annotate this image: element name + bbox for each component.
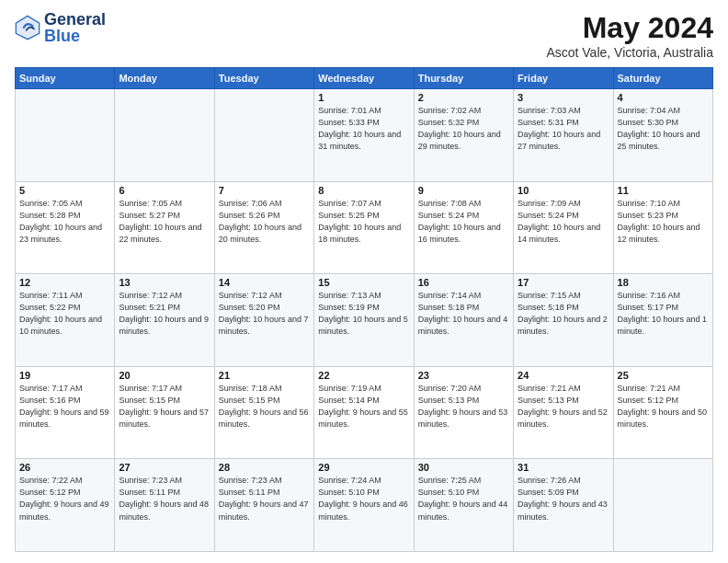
calendar-day-cell bbox=[613, 459, 712, 552]
day-info: Sunrise: 7:12 AMSunset: 5:21 PMDaylight:… bbox=[119, 290, 210, 338]
day-info: Sunrise: 7:22 AMSunset: 5:12 PMDaylight:… bbox=[19, 475, 110, 523]
day-number: 17 bbox=[518, 277, 609, 288]
day-info: Sunrise: 7:01 AMSunset: 5:33 PMDaylight:… bbox=[318, 105, 409, 153]
day-info: Sunrise: 7:07 AMSunset: 5:25 PMDaylight:… bbox=[318, 198, 409, 246]
day-info: Sunrise: 7:03 AMSunset: 5:31 PMDaylight:… bbox=[518, 105, 609, 153]
day-number: 27 bbox=[119, 462, 210, 473]
weekday-header: Thursday bbox=[414, 68, 513, 89]
day-number: 22 bbox=[318, 370, 409, 381]
calendar-day-cell: 24Sunrise: 7:21 AMSunset: 5:13 PMDayligh… bbox=[514, 366, 613, 459]
day-number: 25 bbox=[618, 370, 709, 381]
calendar-day-cell: 3Sunrise: 7:03 AMSunset: 5:31 PMDaylight… bbox=[514, 89, 613, 182]
calendar-week-row: 5Sunrise: 7:05 AMSunset: 5:28 PMDaylight… bbox=[16, 181, 713, 274]
calendar-day-cell: 16Sunrise: 7:14 AMSunset: 5:18 PMDayligh… bbox=[414, 274, 513, 367]
weekday-header: Saturday bbox=[613, 68, 712, 89]
day-info: Sunrise: 7:05 AMSunset: 5:28 PMDaylight:… bbox=[19, 198, 110, 246]
day-info: Sunrise: 7:13 AMSunset: 5:19 PMDaylight:… bbox=[318, 290, 409, 338]
calendar-day-cell: 28Sunrise: 7:23 AMSunset: 5:11 PMDayligh… bbox=[214, 459, 313, 552]
day-number: 11 bbox=[618, 185, 709, 196]
day-number: 30 bbox=[418, 462, 509, 473]
calendar-day-cell: 12Sunrise: 7:11 AMSunset: 5:22 PMDayligh… bbox=[16, 274, 115, 367]
calendar-day-cell: 19Sunrise: 7:17 AMSunset: 5:16 PMDayligh… bbox=[16, 366, 115, 459]
calendar-day-cell bbox=[115, 89, 214, 182]
day-number: 1 bbox=[318, 92, 409, 103]
calendar-day-cell: 29Sunrise: 7:24 AMSunset: 5:10 PMDayligh… bbox=[314, 459, 414, 552]
day-number: 26 bbox=[19, 462, 110, 473]
header: General Blue May 2024 Ascot Vale, Victor… bbox=[15, 11, 713, 60]
day-info: Sunrise: 7:09 AMSunset: 5:24 PMDaylight:… bbox=[518, 198, 609, 246]
calendar-day-cell: 13Sunrise: 7:12 AMSunset: 5:21 PMDayligh… bbox=[115, 274, 214, 367]
day-info: Sunrise: 7:25 AMSunset: 5:10 PMDaylight:… bbox=[418, 475, 509, 523]
weekday-header: Wednesday bbox=[314, 68, 414, 89]
day-number: 16 bbox=[418, 277, 509, 288]
calendar-day-cell: 17Sunrise: 7:15 AMSunset: 5:18 PMDayligh… bbox=[514, 274, 613, 367]
calendar-week-row: 19Sunrise: 7:17 AMSunset: 5:16 PMDayligh… bbox=[16, 366, 713, 459]
calendar-day-cell: 6Sunrise: 7:05 AMSunset: 5:27 PMDaylight… bbox=[115, 181, 214, 274]
day-number: 24 bbox=[518, 370, 609, 381]
day-number: 20 bbox=[119, 370, 210, 381]
day-number: 4 bbox=[618, 92, 709, 103]
calendar-day-cell: 27Sunrise: 7:23 AMSunset: 5:11 PMDayligh… bbox=[115, 459, 214, 552]
day-number: 28 bbox=[219, 462, 310, 473]
day-info: Sunrise: 7:11 AMSunset: 5:22 PMDaylight:… bbox=[19, 290, 110, 338]
calendar-day-cell bbox=[214, 89, 313, 182]
calendar-day-cell: 14Sunrise: 7:12 AMSunset: 5:20 PMDayligh… bbox=[214, 274, 313, 367]
calendar-day-cell: 20Sunrise: 7:17 AMSunset: 5:15 PMDayligh… bbox=[115, 366, 214, 459]
day-number: 7 bbox=[219, 185, 310, 196]
day-number: 19 bbox=[19, 370, 110, 381]
day-number: 9 bbox=[418, 185, 509, 196]
calendar-day-cell: 11Sunrise: 7:10 AMSunset: 5:23 PMDayligh… bbox=[613, 181, 712, 274]
page-subtitle: Ascot Vale, Victoria, Australia bbox=[546, 45, 713, 60]
day-number: 12 bbox=[19, 277, 110, 288]
day-info: Sunrise: 7:21 AMSunset: 5:13 PMDaylight:… bbox=[518, 383, 609, 431]
title-block: May 2024 Ascot Vale, Victoria, Australia bbox=[546, 11, 713, 60]
day-info: Sunrise: 7:23 AMSunset: 5:11 PMDaylight:… bbox=[219, 475, 310, 523]
day-number: 13 bbox=[119, 277, 210, 288]
page-title: May 2024 bbox=[546, 11, 713, 45]
weekday-header: Tuesday bbox=[214, 68, 313, 89]
weekday-header: Friday bbox=[514, 68, 613, 89]
day-number: 29 bbox=[318, 462, 409, 473]
calendar-day-cell: 15Sunrise: 7:13 AMSunset: 5:19 PMDayligh… bbox=[314, 274, 414, 367]
calendar-table: SundayMondayTuesdayWednesdayThursdayFrid… bbox=[15, 67, 713, 552]
calendar-header-row: SundayMondayTuesdayWednesdayThursdayFrid… bbox=[16, 68, 713, 89]
calendar-day-cell: 2Sunrise: 7:02 AMSunset: 5:32 PMDaylight… bbox=[414, 89, 513, 182]
day-info: Sunrise: 7:14 AMSunset: 5:18 PMDaylight:… bbox=[418, 290, 509, 338]
day-info: Sunrise: 7:20 AMSunset: 5:13 PMDaylight:… bbox=[418, 383, 509, 431]
day-number: 14 bbox=[219, 277, 310, 288]
calendar-day-cell: 5Sunrise: 7:05 AMSunset: 5:28 PMDaylight… bbox=[16, 181, 115, 274]
day-number: 6 bbox=[119, 185, 210, 196]
page: General Blue May 2024 Ascot Vale, Victor… bbox=[0, 0, 728, 563]
calendar-day-cell: 21Sunrise: 7:18 AMSunset: 5:15 PMDayligh… bbox=[214, 366, 313, 459]
calendar-day-cell: 22Sunrise: 7:19 AMSunset: 5:14 PMDayligh… bbox=[314, 366, 414, 459]
calendar-day-cell: 23Sunrise: 7:20 AMSunset: 5:13 PMDayligh… bbox=[414, 366, 513, 459]
calendar-day-cell: 10Sunrise: 7:09 AMSunset: 5:24 PMDayligh… bbox=[514, 181, 613, 274]
day-number: 10 bbox=[518, 185, 609, 196]
day-number: 31 bbox=[518, 462, 609, 473]
day-info: Sunrise: 7:18 AMSunset: 5:15 PMDaylight:… bbox=[219, 383, 310, 431]
calendar-day-cell: 8Sunrise: 7:07 AMSunset: 5:25 PMDaylight… bbox=[314, 181, 414, 274]
day-number: 5 bbox=[19, 185, 110, 196]
day-number: 18 bbox=[618, 277, 709, 288]
day-info: Sunrise: 7:21 AMSunset: 5:12 PMDaylight:… bbox=[618, 383, 709, 431]
day-info: Sunrise: 7:06 AMSunset: 5:26 PMDaylight:… bbox=[219, 198, 310, 246]
calendar-week-row: 1Sunrise: 7:01 AMSunset: 5:33 PMDaylight… bbox=[16, 89, 713, 182]
calendar-day-cell: 18Sunrise: 7:16 AMSunset: 5:17 PMDayligh… bbox=[613, 274, 712, 367]
calendar-week-row: 12Sunrise: 7:11 AMSunset: 5:22 PMDayligh… bbox=[16, 274, 713, 367]
logo-text: General Blue bbox=[44, 11, 106, 44]
day-info: Sunrise: 7:26 AMSunset: 5:09 PMDaylight:… bbox=[518, 475, 609, 523]
day-info: Sunrise: 7:10 AMSunset: 5:23 PMDaylight:… bbox=[618, 198, 709, 246]
day-number: 2 bbox=[418, 92, 509, 103]
calendar-day-cell: 1Sunrise: 7:01 AMSunset: 5:33 PMDaylight… bbox=[314, 89, 414, 182]
calendar-day-cell: 9Sunrise: 7:08 AMSunset: 5:24 PMDaylight… bbox=[414, 181, 513, 274]
day-info: Sunrise: 7:12 AMSunset: 5:20 PMDaylight:… bbox=[219, 290, 310, 338]
day-number: 23 bbox=[418, 370, 509, 381]
day-info: Sunrise: 7:15 AMSunset: 5:18 PMDaylight:… bbox=[518, 290, 609, 338]
day-number: 8 bbox=[318, 185, 409, 196]
weekday-header: Monday bbox=[115, 68, 214, 89]
day-number: 21 bbox=[219, 370, 310, 381]
logo-icon bbox=[15, 15, 40, 40]
day-number: 3 bbox=[518, 92, 609, 103]
day-number: 15 bbox=[318, 277, 409, 288]
day-info: Sunrise: 7:02 AMSunset: 5:32 PMDaylight:… bbox=[418, 105, 509, 153]
